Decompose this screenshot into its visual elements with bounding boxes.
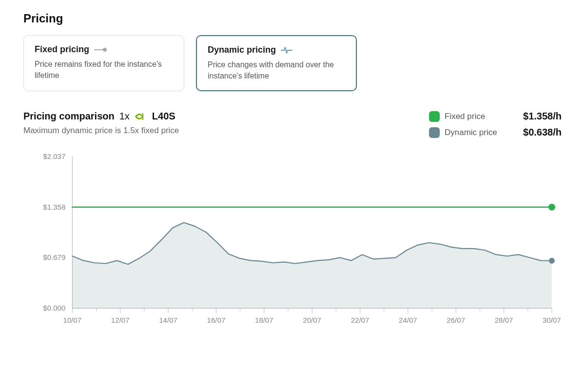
legend-fixed-value: $1.358/h (513, 111, 562, 122)
svg-point-39 (549, 258, 555, 264)
svg-text:$2.037: $2.037 (43, 152, 65, 160)
svg-text:28/07: 28/07 (495, 316, 513, 325)
svg-text:16/07: 16/07 (207, 316, 226, 325)
comparison-title: Pricing comparison (23, 111, 115, 122)
svg-text:26/07: 26/07 (447, 316, 465, 325)
legend-dynamic-value: $0.638/h (513, 127, 562, 138)
option-fixed-title: Fixed pricing (35, 44, 89, 55)
flat-line-icon (94, 49, 105, 50)
legend-dynamic: Dynamic price $0.638/h (429, 127, 562, 138)
svg-text:20/07: 20/07 (303, 316, 321, 325)
svg-text:24/07: 24/07 (399, 316, 417, 325)
option-dynamic-header: Dynamic pricing (208, 45, 345, 55)
comparison-heading: Pricing comparison 1x L40S (23, 111, 179, 122)
gpu-model: L40S (152, 111, 176, 122)
legend-fixed-label: Fixed price (445, 112, 508, 121)
svg-text:18/07: 18/07 (255, 316, 273, 325)
svg-text:12/07: 12/07 (111, 316, 130, 325)
legend-fixed-swatch (429, 111, 440, 122)
option-dynamic-pricing[interactable]: Dynamic pricing Price changes with deman… (196, 35, 357, 91)
price-chart-svg: $0.000$0.679$1.358$2.03710/0712/0714/071… (23, 152, 562, 328)
option-fixed-desc: Price remains fixed for the instance's l… (35, 59, 173, 81)
svg-text:$0.679: $0.679 (43, 254, 65, 262)
pricing-options: Fixed pricing Price remains fixed for th… (23, 35, 562, 91)
legend-dynamic-label: Dynamic price (445, 128, 508, 137)
legend: Fixed price $1.358/h Dynamic price $0.63… (429, 111, 562, 138)
option-dynamic-title: Dynamic pricing (208, 45, 276, 55)
option-dynamic-desc: Price changes with demand over the insta… (208, 59, 345, 81)
summary-row: Pricing comparison 1x L40S Maximum dynam… (23, 111, 562, 138)
gpu-quantity: 1x (119, 111, 130, 122)
svg-text:$1.358: $1.358 (43, 203, 65, 211)
svg-text:$0.000: $0.000 (43, 304, 65, 313)
nvidia-icon (135, 112, 147, 121)
option-fixed-pricing[interactable]: Fixed pricing Price remains fixed for th… (23, 35, 184, 91)
svg-text:10/07: 10/07 (63, 316, 82, 325)
pulse-icon (281, 46, 292, 55)
svg-point-40 (548, 204, 555, 211)
price-chart: $0.000$0.679$1.358$2.03710/0712/0714/071… (23, 152, 562, 328)
legend-dynamic-swatch (429, 127, 440, 138)
comparison-note: Maximum dynamic price is 1.5x fixed pric… (23, 126, 179, 136)
page-title: Pricing (23, 12, 562, 25)
summary-left: Pricing comparison 1x L40S Maximum dynam… (23, 111, 179, 136)
svg-text:22/07: 22/07 (351, 316, 370, 325)
svg-text:30/07: 30/07 (543, 316, 561, 325)
legend-fixed: Fixed price $1.358/h (429, 111, 562, 122)
svg-text:14/07: 14/07 (159, 316, 177, 325)
option-fixed-header: Fixed pricing (35, 44, 173, 55)
